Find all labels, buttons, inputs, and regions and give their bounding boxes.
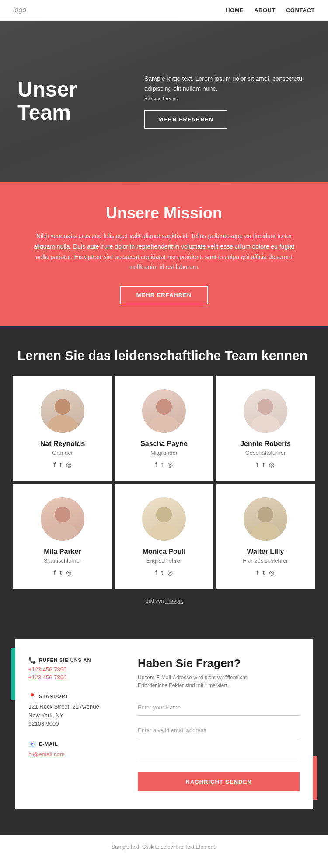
person-name-sascha: Sascha Payne (123, 440, 205, 448)
location-icon: 📍 (28, 693, 36, 700)
person-name-monica: Monica Pouli (123, 548, 205, 556)
avatar-nat (41, 389, 84, 433)
contact-left-accent (11, 648, 15, 700)
person-role-sascha: Mitgründer (123, 450, 205, 456)
contact-phone2[interactable]: +123 456 7890 (28, 674, 112, 681)
avatar-sascha (142, 389, 186, 433)
team-card-nat: Nat Reynolds Gründer f t ◎ (13, 376, 112, 481)
mission-text: Nibh venenatis cras sed felis eget velit… (28, 231, 300, 273)
contact-form: Haben Sie Fragen? Unsere E-Mail-Adresse … (125, 639, 313, 809)
contact-phone1[interactable]: +123 456 7890 (28, 666, 112, 673)
contact-box: 📞 RUFEN SIE UNS AN +123 456 7890 +123 45… (15, 639, 313, 809)
mission-title: Unsere Mission (26, 204, 302, 222)
social-icons-jennie: f t ◎ (225, 461, 306, 468)
person-name-walter: Walter Lilly (225, 548, 306, 556)
hero-title: Unser Team (17, 78, 131, 124)
contact-email-item: 📧 E-MAIL hi@email.com (28, 740, 112, 758)
nav-about[interactable]: ABOUT (254, 7, 276, 14)
team-card-monica: Monica Pouli Englischlehrer f t ◎ (115, 484, 213, 589)
instagram-icon-monica[interactable]: ◎ (167, 569, 173, 576)
team-card-walter: Walter Lilly Französischlehrer f t ◎ (216, 484, 315, 589)
team-credit-link[interactable]: Freepik (165, 598, 183, 604)
send-button[interactable]: NACHRICHT SENDEN (138, 772, 300, 791)
main-nav: HOME ABOUT CONTACT (226, 7, 315, 14)
facebook-icon-nat[interactable]: f (54, 461, 56, 468)
avatar-jennie (244, 389, 287, 433)
person-role-mila: Spanischlehrer (22, 557, 103, 564)
team-title: Lernen Sie das leidenschaftliche Team ke… (13, 348, 315, 363)
twitter-icon-mila[interactable]: t (60, 569, 62, 576)
avatar-mila (41, 497, 84, 541)
form-title: Haben Sie Fragen? (138, 657, 300, 670)
person-role-nat: Gründer (22, 450, 103, 456)
social-icons-nat: f t ◎ (22, 461, 103, 468)
email-input[interactable] (138, 723, 300, 738)
logo: logo (13, 6, 26, 14)
social-icons-walter: f t ◎ (225, 569, 306, 576)
contact-address: 121 Rock Street, 21 Avenue, New York, NY (28, 702, 112, 719)
person-role-jennie: Geschäftsführer (225, 450, 306, 456)
contact-info: 📞 RUFEN SIE UNS AN +123 456 7890 +123 45… (15, 639, 125, 809)
contact-zip: 92103-9000 (28, 719, 112, 728)
twitter-icon-walter[interactable]: t (263, 569, 265, 576)
hero-description: Sample large text. Lorem ipsum dolor sit… (144, 74, 311, 93)
team-card-jennie: Jennie Roberts Geschäftsführer f t ◎ (216, 376, 315, 481)
social-icons-monica: f t ◎ (123, 569, 205, 576)
contact-location-item: 📍 STANDORT 121 Rock Street, 21 Avenue, N… (28, 693, 112, 728)
hero-section: Unser Team Sample large text. Lorem ipsu… (0, 21, 328, 182)
message-input[interactable] (138, 745, 300, 761)
person-name-mila: Mila Parker (22, 548, 103, 556)
mission-cta-button[interactable]: MEHR ERFAHREN (120, 286, 208, 304)
instagram-icon-nat[interactable]: ◎ (66, 461, 71, 468)
social-icons-mila: f t ◎ (22, 569, 103, 576)
facebook-icon-monica[interactable]: f (155, 569, 157, 576)
form-subtitle: Unsere E-Mail-Adresse wird nicht veröffe… (138, 674, 300, 689)
instagram-icon-sascha[interactable]: ◎ (167, 461, 173, 468)
avatar-monica (142, 497, 186, 541)
mission-section: Unsere Mission Nibh venenatis cras sed f… (0, 182, 328, 326)
contact-section: 📞 RUFEN SIE UNS AN +123 456 7890 +123 45… (0, 626, 328, 835)
twitter-icon-jennie[interactable]: t (263, 461, 265, 468)
location-label: 📍 STANDORT (28, 693, 112, 700)
avatar-walter (244, 497, 287, 541)
phone-label: 📞 RUFEN SIE UNS AN (28, 657, 112, 664)
nav-contact[interactable]: CONTACT (286, 7, 315, 14)
twitter-icon-sascha[interactable]: t (161, 461, 163, 468)
contact-phone-item: 📞 RUFEN SIE UNS AN +123 456 7890 +123 45… (28, 657, 112, 681)
nav-home[interactable]: HOME (226, 7, 244, 14)
twitter-icon-monica[interactable]: t (161, 569, 163, 576)
hero-credit: Bild von Freepik (144, 96, 311, 101)
name-input[interactable] (138, 700, 300, 716)
instagram-icon-mila[interactable]: ◎ (66, 569, 71, 576)
team-card-sascha: Sascha Payne Mitgründer f t ◎ (115, 376, 213, 481)
team-card-mila: Mila Parker Spanischlehrer f t ◎ (13, 484, 112, 589)
facebook-icon-mila[interactable]: f (54, 569, 56, 576)
hero-cta-button[interactable]: MEHR ERFAHREN (144, 110, 227, 129)
twitter-icon-nat[interactable]: t (60, 461, 62, 468)
facebook-icon-sascha[interactable]: f (155, 461, 157, 468)
person-role-monica: Englischlehrer (123, 557, 205, 564)
team-credit: Bild von Freepik (13, 598, 315, 604)
facebook-icon-jennie[interactable]: f (257, 461, 258, 468)
instagram-icon-walter[interactable]: ◎ (269, 569, 274, 576)
email-label: 📧 E-MAIL (28, 740, 112, 747)
person-name-jennie: Jennie Roberts (225, 440, 306, 448)
footer-text: Sample text: Click to select the Text El… (9, 844, 319, 850)
facebook-icon-walter[interactable]: f (257, 569, 258, 576)
contact-email-link[interactable]: hi@email.com (28, 751, 65, 757)
person-role-walter: Französischlehrer (225, 557, 306, 564)
email-icon: 📧 (28, 740, 36, 747)
contact-right-accent (313, 756, 317, 800)
team-grid: Nat Reynolds Gründer f t ◎ Sascha Payne … (13, 376, 315, 589)
footer: Sample text: Click to select the Text El… (0, 835, 328, 859)
team-section: Lernen Sie das leidenschaftliche Team ke… (0, 326, 328, 626)
phone-icon: 📞 (28, 657, 36, 664)
instagram-icon-jennie[interactable]: ◎ (269, 461, 274, 468)
social-icons-sascha: f t ◎ (123, 461, 205, 468)
person-name-nat: Nat Reynolds (22, 440, 103, 448)
